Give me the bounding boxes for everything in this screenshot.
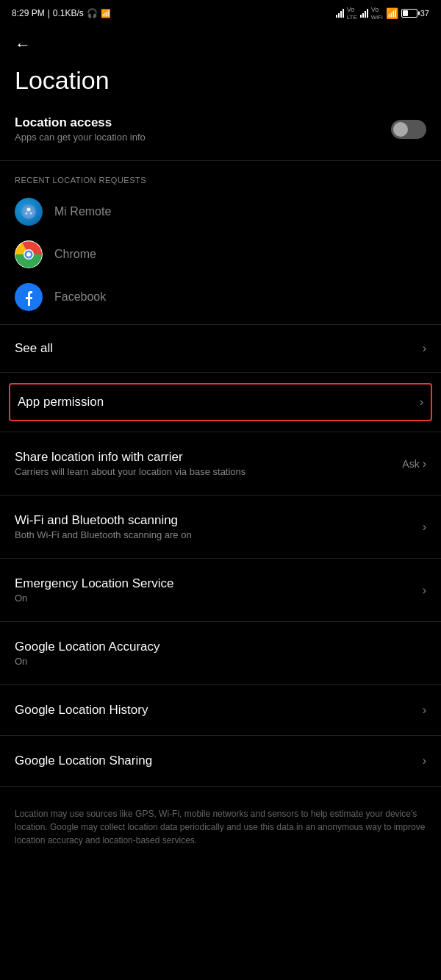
share-location-title: Share location info with carrier [15,450,402,465]
location-access-row[interactable]: Location access Apps can get your locati… [15,110,426,154]
google-history-chevron-icon: › [423,704,426,717]
facebook-label: Facebook [54,290,106,304]
vo-label: VoLTE [347,6,357,21]
divider-6 [0,558,441,559]
status-right: VoLTE VoWiFi 📶 37 [336,6,429,21]
location-access-text: Location access Apps can get your locati… [15,115,146,143]
battery-level: 37 [420,9,429,18]
chrome-icon [15,240,43,268]
time-display: 8:29 PM [12,8,45,18]
page-title: Location [0,60,441,110]
wifi-bluetooth-chevron-icon: › [423,521,426,534]
data-speed-value: 0.1KB/s [53,8,84,18]
sim-icon: 📶 [101,9,111,18]
see-all-row[interactable]: See all › [0,331,441,366]
emergency-location-subtitle: On [15,593,423,604]
app-item-facebook[interactable]: Facebook [0,276,441,318]
back-arrow-icon: ← [15,35,31,54]
google-accuracy-subtitle: On [15,656,426,667]
app-permission-chevron-icon: › [420,396,423,409]
status-left: 8:29 PM | 0.1KB/s 🎧 📶 [12,8,111,18]
app-permission-title: App permission [18,395,420,409]
divider-9 [0,735,441,736]
signal-strength-icon [336,9,344,18]
headphone-icon: 🎧 [87,8,98,18]
share-location-value: Ask [402,458,419,470]
share-location-chevron-icon: › [423,457,426,471]
divider-8 [0,684,441,685]
svg-point-2 [27,208,31,212]
wifi-bluetooth-content: Wi-Fi and Bluetooth scanning Both Wi-Fi … [15,513,423,540]
mi-remote-label: Mi Remote [54,205,111,218]
emergency-location-chevron-icon: › [423,584,426,597]
google-history-content: Google Location History [15,703,423,718]
google-history-title: Google Location History [15,703,423,718]
google-sharing-content: Google Location Sharing [15,754,423,768]
divider-4 [0,432,441,432]
emergency-location-row[interactable]: Emergency Location Service On › [0,565,441,615]
see-all-label: See all [15,341,53,356]
share-location-row[interactable]: Share location info with carrier Carrier… [0,438,441,489]
wifi-bluetooth-title: Wi-Fi and Bluetooth scanning [15,513,423,528]
divider-10 [0,786,441,787]
facebook-icon [15,283,43,311]
svg-point-3 [26,212,28,215]
google-sharing-title: Google Location Sharing [15,754,423,768]
svg-point-9 [26,252,31,257]
divider-1 [0,160,441,161]
status-bar: 8:29 PM | 0.1KB/s 🎧 📶 VoLTE VoWiFi 📶 37 [0,0,441,24]
svg-point-1 [24,207,34,217]
google-accuracy-row[interactable]: Google Location Accuracy On [0,628,441,679]
app-permission-wrapper: App permission › [0,379,441,426]
back-button[interactable]: ← [0,24,441,60]
toggle-knob [393,122,408,137]
location-access-subtitle: Apps can get your location info [15,132,146,143]
recent-section-label: RECENT LOCATION REQUESTS [0,167,441,190]
divider-2 [0,324,441,325]
divider-5 [0,495,441,496]
wifi-bluetooth-subtitle: Both Wi-Fi and Bluetooth scanning are on [15,529,423,540]
wifi-bluetooth-row[interactable]: Wi-Fi and Bluetooth scanning Both Wi-Fi … [0,501,441,552]
chrome-label: Chrome [54,248,96,261]
app-item-chrome[interactable]: Chrome [0,233,441,276]
battery-icon [401,9,417,18]
google-history-row[interactable]: Google Location History › [0,691,441,729]
emergency-location-content: Emergency Location Service On [15,576,423,604]
app-permission-row[interactable]: App permission › [9,383,432,421]
google-accuracy-content: Google Location Accuracy On [15,640,426,667]
mi-remote-icon [15,198,43,226]
vo2-label: VoWiFi [371,6,383,21]
divider-3 [0,372,441,373]
divider-7 [0,621,441,622]
wifi-icon: 📶 [386,7,398,19]
location-access-section: Location access Apps can get your locati… [0,110,441,154]
location-access-toggle[interactable] [391,120,426,139]
svg-point-4 [30,212,32,215]
signal-strength2-icon [360,9,368,18]
google-sharing-chevron-icon: › [423,754,426,768]
app-item-mi-remote[interactable]: Mi Remote [0,190,441,233]
share-location-content: Share location info with carrier Carrier… [15,450,402,477]
app-permission-content: App permission [18,395,420,409]
location-access-title: Location access [15,115,146,130]
see-all-chevron-icon: › [423,342,426,355]
svg-point-0 [21,204,36,219]
google-sharing-row[interactable]: Google Location Sharing › [0,742,441,780]
google-accuracy-title: Google Location Accuracy [15,640,426,654]
footer-note: Location may use sources like GPS, Wi-Fi… [0,793,441,869]
share-location-subtitle: Carriers will learn about your location … [15,466,402,477]
data-speed: | [48,8,50,18]
emergency-location-title: Emergency Location Service [15,576,423,591]
